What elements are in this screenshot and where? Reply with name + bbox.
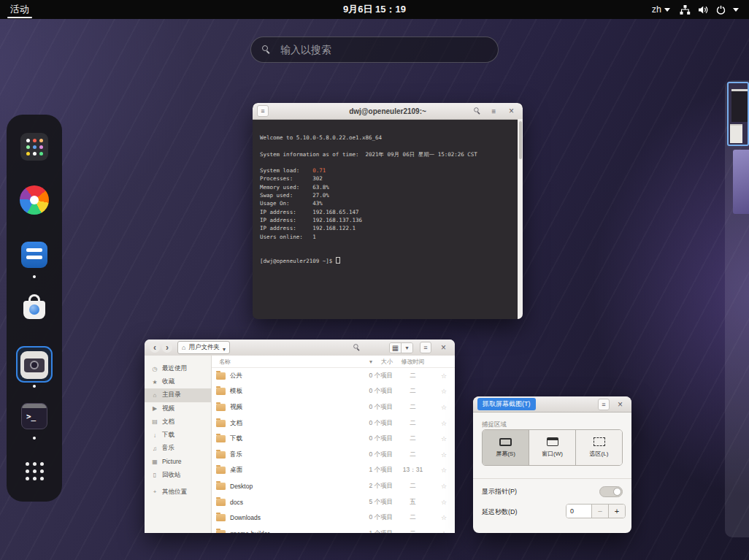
column-header-size[interactable]: 大小 bbox=[346, 358, 393, 366]
column-header-name[interactable]: 名称 bbox=[212, 358, 346, 366]
workspace-thumbnail-empty[interactable] bbox=[733, 150, 749, 214]
file-modified: 二 bbox=[393, 529, 433, 533]
files-list: 名称 大小 修改时间 公共0 个项目二 模板0 个项目二 视频0 个项目二 文档… bbox=[212, 356, 455, 533]
files-menu-icon[interactable] bbox=[420, 342, 431, 353]
show-pointer-label: 显示指针(P) bbox=[482, 487, 517, 496]
mode-selection-button[interactable]: 选区(L) bbox=[576, 430, 622, 465]
sidebar-item-trash[interactable]: ▯回收站 bbox=[145, 469, 211, 482]
delay-increment-button[interactable]: + bbox=[608, 505, 625, 518]
file-modified: 二 bbox=[393, 434, 433, 443]
star-button[interactable] bbox=[433, 404, 455, 411]
file-row[interactable]: 桌面1 个项目13：31 bbox=[212, 463, 455, 479]
terminal-hamburger-icon[interactable] bbox=[488, 106, 499, 117]
star-button[interactable] bbox=[433, 420, 455, 427]
nav-buttons bbox=[150, 342, 172, 353]
sidebar-item-starred[interactable]: ★收藏 bbox=[145, 375, 211, 388]
back-button[interactable] bbox=[150, 342, 160, 353]
delay-decrement-button[interactable]: − bbox=[591, 505, 608, 518]
delay-value-field[interactable]: 0 bbox=[566, 505, 591, 518]
file-row[interactable]: 视频0 个项目二 bbox=[212, 399, 455, 415]
sidebar-item-videos[interactable]: ▶视频 bbox=[145, 402, 211, 415]
sidebar-item-downloads[interactable]: ↓下载 bbox=[145, 429, 211, 442]
download-icon: ↓ bbox=[151, 432, 158, 439]
terminal-scrollbar[interactable] bbox=[518, 119, 523, 319]
terminal-close-icon[interactable] bbox=[506, 106, 517, 117]
star-button[interactable] bbox=[433, 467, 455, 474]
folder-icon bbox=[216, 388, 226, 395]
sidebar-item-recent[interactable]: ◷最近使用 bbox=[145, 362, 211, 375]
sidebar-item-other-locations[interactable]: +其他位置 bbox=[145, 486, 211, 499]
star-button[interactable] bbox=[433, 451, 455, 459]
screenshot-dialog[interactable]: 抓取屏幕截图(T) 捕捉区域 屏幕(S) 窗口(W) 选区(L) 显示指针(P) bbox=[473, 396, 631, 533]
mode-window-button[interactable]: 窗口(W) bbox=[529, 430, 576, 465]
file-name: docs bbox=[230, 499, 243, 506]
dock-blue-list-app[interactable] bbox=[20, 240, 49, 269]
dock-terminal[interactable] bbox=[20, 402, 49, 431]
keyboard-layout-menu[interactable]: zh bbox=[652, 4, 670, 15]
star-button[interactable] bbox=[433, 483, 455, 490]
file-row[interactable]: 音乐0 个项目二 bbox=[212, 447, 455, 463]
terminal-menu-icon[interactable] bbox=[257, 105, 269, 117]
star-button[interactable] bbox=[433, 388, 455, 395]
file-modified: 二 bbox=[393, 513, 433, 522]
terminal-prompt-line: [dwj@openeuler2109 ~]$ bbox=[260, 257, 518, 265]
star-button[interactable] bbox=[433, 372, 455, 380]
chevron-down-icon bbox=[664, 8, 670, 12]
file-row[interactable]: 公共0 个项目二 bbox=[212, 368, 455, 384]
activities-overview: 活动 9月6日 15：19 zh bbox=[0, 0, 749, 560]
clock-menu[interactable]: 9月6日 15：19 bbox=[343, 3, 406, 16]
file-name: 桌面 bbox=[230, 466, 242, 475]
show-pointer-toggle[interactable] bbox=[599, 486, 623, 497]
star-button[interactable] bbox=[433, 499, 455, 506]
column-header-modified[interactable]: 修改时间 bbox=[393, 358, 433, 366]
sidebar-item-music[interactable]: ♫音乐 bbox=[145, 442, 211, 455]
file-row[interactable]: 模板0 个项目二 bbox=[212, 384, 455, 400]
file-row[interactable]: Downloads0 个项目二 bbox=[212, 510, 455, 526]
file-row[interactable]: gnome-builder1 个项目二 bbox=[212, 526, 455, 533]
sidebar-item-documents[interactable]: ▤文档 bbox=[145, 415, 211, 429]
files-window-preview[interactable]: 用户文件夹 ◷最近使用 ★收藏 ⌂主目录 ▶视频 ▤文档 ↓下载 ♫音乐 bbox=[145, 340, 455, 533]
search-icon bbox=[262, 45, 271, 54]
terminal-line: Memory used: 63.8% bbox=[260, 183, 518, 191]
dock-color-wheel-app[interactable] bbox=[20, 185, 49, 215]
overview-search[interactable] bbox=[250, 37, 499, 63]
dock-screenshot-tool[interactable] bbox=[20, 350, 49, 380]
files-sidebar: ◷最近使用 ★收藏 ⌂主目录 ▶视频 ▤文档 ↓下载 ♫音乐 ▦Picture … bbox=[145, 356, 212, 533]
sidebar-item-home[interactable]: ⌂主目录 bbox=[145, 388, 211, 402]
video-icon: ▶ bbox=[151, 405, 158, 412]
search-input[interactable] bbox=[279, 43, 487, 56]
grid-view-icon[interactable] bbox=[390, 343, 402, 353]
terminal-search-icon[interactable] bbox=[474, 107, 481, 115]
screenshot-dialog-title: 抓取屏幕截图(T) bbox=[477, 398, 536, 410]
file-row[interactable]: 文档0 个项目二 bbox=[212, 415, 455, 431]
terminal-line bbox=[260, 241, 518, 249]
terminal-line: Welcome to 5.10.0-5.8.0.22.oe1.x86_64 bbox=[260, 134, 518, 142]
show-applications-button[interactable] bbox=[20, 456, 49, 486]
view-options-icon[interactable] bbox=[402, 343, 412, 353]
files-close-icon[interactable] bbox=[438, 342, 449, 353]
terminal-window-preview[interactable]: dwj@openeuler2109:~ Welcome to 5.10.0-5.… bbox=[253, 103, 523, 319]
activities-button[interactable]: 活动 bbox=[0, 0, 39, 19]
forward-button[interactable] bbox=[162, 342, 172, 353]
star-button[interactable] bbox=[433, 530, 455, 533]
file-row[interactable]: Desktop2 个项目二 bbox=[212, 478, 455, 494]
dash-dock bbox=[7, 115, 62, 502]
dock-color-dots-app[interactable] bbox=[20, 132, 49, 161]
top-bar: 活动 9月6日 15：19 zh bbox=[0, 0, 749, 19]
screenshot-menu-icon[interactable] bbox=[598, 399, 610, 410]
mode-screen-button[interactable]: 屏幕(S) bbox=[483, 430, 529, 465]
file-row[interactable]: 下载0 个项目二 bbox=[212, 431, 455, 447]
file-row[interactable]: docs5 个项目五 bbox=[212, 494, 455, 510]
dock-software-store[interactable] bbox=[20, 293, 49, 322]
file-modified: 二 bbox=[393, 403, 433, 412]
terminal-line bbox=[260, 158, 518, 166]
star-button[interactable] bbox=[433, 514, 455, 521]
files-search-icon[interactable] bbox=[353, 344, 361, 351]
view-toggle bbox=[389, 342, 413, 353]
sidebar-item-pictures[interactable]: ▦Picture bbox=[145, 455, 211, 468]
system-menu[interactable]: zh bbox=[652, 4, 749, 15]
workspace-thumbnail-active[interactable] bbox=[727, 82, 749, 146]
screenshot-close-icon[interactable] bbox=[615, 399, 626, 410]
star-button[interactable] bbox=[433, 435, 455, 442]
path-bar[interactable]: 用户文件夹 bbox=[177, 341, 230, 354]
